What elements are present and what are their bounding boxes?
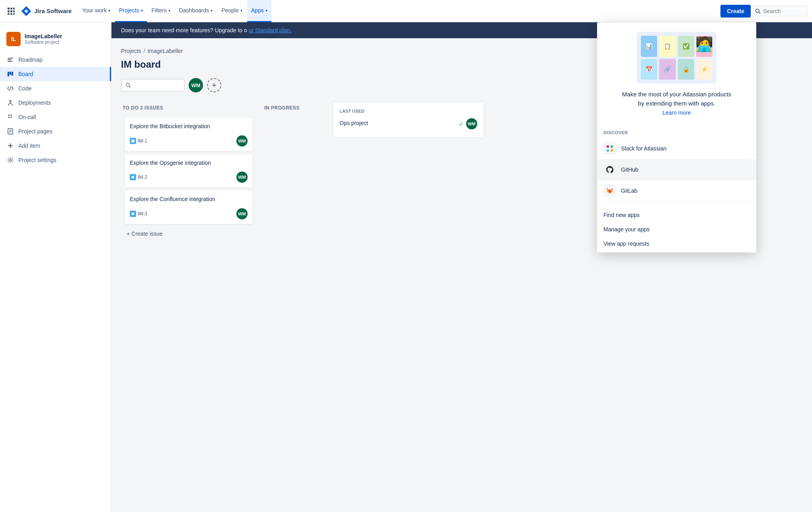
- sidebar-item-deployments[interactable]: Deployments: [0, 96, 111, 110]
- project-settings-label: Project settings: [18, 157, 57, 163]
- svg-rect-8: [13, 13, 15, 15]
- apps-actions-section: Find new apps Manage your apps View app …: [597, 205, 756, 252]
- svg-rect-6: [8, 13, 10, 15]
- nav-people[interactable]: People ▾: [217, 0, 246, 22]
- grid-icon[interactable]: [5, 5, 18, 18]
- svg-rect-14: [8, 72, 9, 76]
- nav-apps[interactable]: Apps ▾: [247, 0, 271, 22]
- svg-rect-2: [13, 8, 15, 10]
- svg-rect-1: [10, 8, 12, 10]
- roadmap-label: Roadmap: [18, 57, 43, 63]
- add-avatar-button[interactable]: [207, 78, 221, 92]
- sidebar-item-add-item[interactable]: Add item: [0, 139, 111, 153]
- manage-apps-link[interactable]: Manage your apps: [603, 222, 750, 236]
- ops-project-title: Ops project: [340, 120, 368, 126]
- list-item[interactable]: GitHub: [597, 159, 756, 180]
- topnav: Jira Software Your work ▾ Projects ▾ Fil…: [0, 0, 812, 22]
- card-footer: IM-1 ⬦ WM: [130, 135, 248, 147]
- logo-text: Jira Software: [34, 8, 72, 14]
- right-panel-avatar[interactable]: WM: [466, 118, 477, 129]
- chevron-down-icon: ▾: [108, 8, 110, 13]
- board-search[interactable]: [121, 79, 185, 92]
- card-title: Explore the Bitbucket integration: [130, 123, 248, 131]
- issue-type-icon: [130, 211, 136, 217]
- svg-rect-5: [13, 10, 15, 12]
- list-item[interactable]: GitLab: [603, 180, 750, 201]
- sidebar-item-project-settings[interactable]: Project settings: [0, 153, 111, 167]
- code-label: Code: [18, 85, 31, 92]
- roadmap-icon: [6, 56, 14, 64]
- find-new-apps-link[interactable]: Find new apps: [603, 208, 750, 222]
- deployments-icon: [6, 99, 14, 107]
- chevron-down-icon: ▾: [240, 8, 242, 13]
- table-row[interactable]: Explore the Bitbucket integration IM-1: [125, 118, 252, 151]
- assignee-avatar[interactable]: WM: [236, 135, 248, 147]
- sidebar-item-project-pages[interactable]: Project pages: [0, 124, 111, 139]
- svg-rect-4: [10, 10, 12, 12]
- search-input[interactable]: [763, 8, 803, 14]
- board-search-input[interactable]: [133, 82, 180, 88]
- project-name: ImageLabeller: [25, 33, 62, 39]
- project-header: IL ImageLabeller Software project: [0, 29, 111, 53]
- create-issue-button[interactable]: + Create issue: [125, 227, 252, 240]
- sidebar-item-roadmap[interactable]: Roadmap: [0, 53, 111, 67]
- svg-rect-7: [10, 13, 12, 15]
- card-title: Explore the Opsgenie integration: [130, 159, 248, 167]
- card-footer: IM-2 WM: [130, 172, 248, 183]
- list-item[interactable]: Slack for Atlassian: [603, 138, 750, 159]
- search-icon: [126, 82, 131, 88]
- learn-more-link[interactable]: Learn more: [607, 109, 747, 116]
- nav-projects[interactable]: Projects ▾: [115, 0, 147, 22]
- breadcrumb-projects[interactable]: Projects: [121, 48, 141, 54]
- sidebar-item-on-call[interactable]: On-call: [0, 110, 111, 124]
- table-row[interactable]: Explore the Confluence integration IM-3: [125, 191, 252, 224]
- nav-dashboards[interactable]: Dashboards ▾: [175, 0, 217, 22]
- last-used-panel: LAST USED Ops project ✓ WM: [333, 102, 484, 138]
- col-body-inprogress: [263, 114, 326, 233]
- search-icon: [755, 8, 761, 14]
- col-header-inprogress: IN PROGRESS: [263, 102, 326, 114]
- jira-logo[interactable]: Jira Software: [21, 6, 72, 17]
- table-row[interactable]: Explore the Opsgenie integration IM-2 W: [125, 154, 252, 188]
- svg-line-17: [10, 86, 11, 90]
- svg-rect-29: [212, 85, 216, 86]
- issue-type-icon: [130, 174, 136, 180]
- sidebar-item-code[interactable]: Code: [0, 81, 111, 96]
- svg-rect-30: [607, 145, 609, 148]
- gitlab-icon: [603, 184, 616, 197]
- card-footer: IM-3 WM: [130, 208, 248, 219]
- view-app-requests-link[interactable]: View app requests: [603, 236, 750, 251]
- nav-your-work[interactable]: Your work ▾: [78, 0, 114, 22]
- svg-rect-3: [8, 10, 10, 12]
- issue-id: IM-1: [130, 138, 147, 144]
- upgrade-link[interactable]: ur Standard plan.: [249, 27, 291, 33]
- nav-filters[interactable]: Filters ▾: [148, 0, 174, 22]
- svg-rect-11: [8, 58, 13, 59]
- apps-hero-image: 📊 📋 ✅ 🔔 📅 🔗 🔒 ⚡ 🧑‍💻: [637, 32, 716, 84]
- on-call-label: On-call: [18, 114, 36, 120]
- svg-rect-24: [8, 145, 13, 146]
- last-used-header: LAST USED: [340, 109, 477, 113]
- sidebar-item-board[interactable]: Board: [0, 67, 111, 81]
- search-box[interactable]: [751, 6, 807, 16]
- breadcrumb-separator: /: [144, 48, 145, 54]
- assignee-avatar[interactable]: WM: [236, 172, 248, 183]
- story-points-icon: ⬦: [231, 138, 234, 144]
- right-panel-item[interactable]: Ops project ✓ WM: [340, 117, 477, 131]
- github-label: GitHub: [621, 166, 638, 173]
- avatar-wm[interactable]: WM: [189, 78, 203, 92]
- svg-point-25: [10, 159, 12, 161]
- main-nav: Your work ▾ Projects ▾ Filters ▾ Dashboa…: [78, 0, 717, 22]
- create-button[interactable]: Create: [720, 5, 751, 18]
- board-label: Board: [18, 71, 33, 77]
- col-body-todo: Explore the Bitbucket integration IM-1: [121, 114, 256, 273]
- on-call-icon: [6, 113, 14, 121]
- slack-icon: [603, 142, 616, 155]
- breadcrumb-project[interactable]: ImageLabeller: [147, 48, 183, 54]
- pages-icon: [6, 127, 14, 135]
- issue-id: IM-2: [130, 174, 147, 180]
- assignee-avatar[interactable]: WM: [236, 208, 248, 219]
- apps-dropdown: 📊 📋 ✅ 🔔 📅 🔗 🔒 ⚡ 🧑‍💻 Make the most of you…: [597, 22, 756, 252]
- project-type: Software project: [25, 39, 62, 45]
- add-item-label: Add item: [18, 143, 40, 149]
